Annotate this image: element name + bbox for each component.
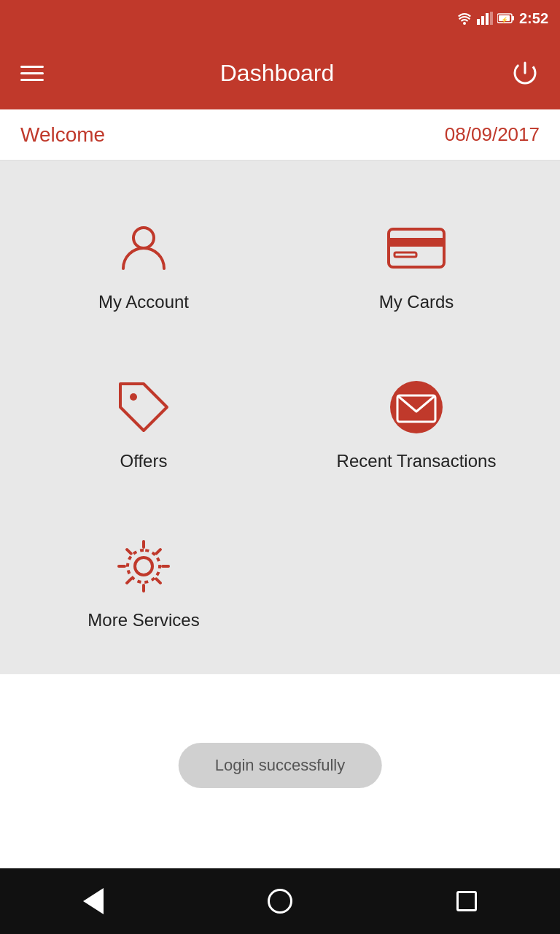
home-button[interactable] (262, 883, 298, 919)
gear-icon (114, 537, 173, 595)
signal-icon (477, 12, 493, 25)
battery-icon: ⚡ (497, 12, 515, 24)
svg-rect-3 (490, 12, 493, 25)
card-icon (387, 219, 446, 277)
toolbar: Dashboard (0, 36, 560, 109)
svg-text:⚡: ⚡ (501, 16, 508, 23)
svg-point-17 (135, 557, 152, 575)
welcome-bar: Welcome 08/09/2017 (0, 109, 560, 161)
hamburger-menu-button[interactable] (20, 66, 44, 81)
svg-rect-13 (394, 252, 416, 257)
my-cards-item[interactable]: My Cards (287, 190, 545, 334)
svg-point-14 (130, 393, 137, 401)
more-services-item[interactable]: More Services (15, 508, 273, 652)
svg-rect-0 (477, 19, 480, 25)
svg-rect-5 (512, 16, 514, 20)
my-account-item[interactable]: My Account (15, 190, 273, 334)
more-services-label: More Services (88, 610, 199, 630)
svg-rect-11 (389, 229, 444, 267)
recent-transactions-label: Recent Transactions (337, 451, 497, 471)
svg-rect-2 (486, 13, 489, 25)
tag-icon (114, 378, 173, 436)
offers-item[interactable]: Offers (15, 349, 273, 493)
wifi-icon (456, 12, 472, 25)
toolbar-title: Dashboard (220, 60, 335, 87)
toast-message: Login successfully (179, 743, 382, 788)
recents-button[interactable] (448, 883, 485, 919)
status-time: 2:52 (519, 10, 548, 27)
date-label: 08/09/2017 (445, 123, 540, 146)
envelope-icon (387, 378, 446, 436)
status-icons: ⚡ 2:52 (456, 10, 548, 27)
status-bar: ⚡ 2:52 (0, 0, 560, 36)
bottom-nav (0, 868, 560, 934)
back-button[interactable] (75, 883, 112, 919)
my-account-label: My Account (98, 292, 189, 312)
offers-label: Offers (120, 451, 168, 471)
svg-point-10 (133, 228, 154, 248)
dashboard-grid: My Account My Cards Offers Recent Transa… (0, 161, 560, 674)
welcome-label: Welcome (20, 123, 105, 147)
svg-rect-1 (481, 16, 484, 25)
power-button[interactable] (510, 58, 540, 88)
recent-transactions-item[interactable]: Recent Transactions (287, 349, 545, 493)
my-cards-label: My Cards (379, 292, 454, 312)
svg-rect-12 (389, 238, 444, 247)
user-icon (114, 219, 173, 277)
